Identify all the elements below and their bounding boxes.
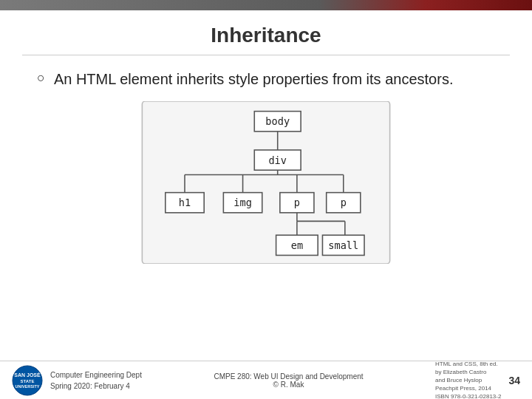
footer-dept: Computer Engineering Dept Spring 2020: F… bbox=[50, 369, 142, 392]
svg-text:SAN JOSÉ: SAN JOSÉ bbox=[14, 372, 41, 378]
svg-text:h1: h1 bbox=[179, 197, 191, 208]
inheritance-diagram: body div h1 img p p em small bbox=[140, 101, 392, 264]
bullet-icon: ○ bbox=[37, 70, 45, 86]
bullet-text: An HTML element inherits style propertie… bbox=[54, 69, 454, 89]
slide-title: Inheritance bbox=[22, 10, 510, 55]
svg-text:STATE: STATE bbox=[21, 379, 35, 383]
svg-text:body: body bbox=[265, 115, 290, 127]
svg-text:em: em bbox=[291, 239, 303, 251]
footer: SAN JOSÉ STATE UNIVERSITY Computer Engin… bbox=[0, 361, 532, 399]
footer-center: CMPE 280: Web UI Design and Development … bbox=[214, 372, 363, 389]
footer-left: SAN JOSÉ STATE UNIVERSITY Computer Engin… bbox=[12, 365, 142, 396]
sjsu-logo: SAN JOSÉ STATE UNIVERSITY bbox=[12, 365, 43, 396]
footer-right-group: HTML and CSS, 8th ed. by Elizabeth Castr… bbox=[435, 360, 520, 399]
svg-text:p: p bbox=[294, 197, 300, 208]
bullet-item: ○ An HTML element inherits style propert… bbox=[37, 69, 495, 89]
diagram-container: body div h1 img p p em small bbox=[37, 101, 495, 264]
footer-page-number: 34 bbox=[508, 375, 520, 386]
footer-book-info: HTML and CSS, 8th ed. by Elizabeth Castr… bbox=[435, 360, 501, 399]
svg-text:small: small bbox=[328, 239, 358, 251]
svg-text:img: img bbox=[233, 197, 252, 208]
content-area: ○ An HTML element inherits style propert… bbox=[0, 55, 532, 271]
svg-text:UNIVERSITY: UNIVERSITY bbox=[15, 384, 39, 389]
top-bar bbox=[0, 0, 532, 10]
svg-text:p: p bbox=[341, 197, 347, 208]
svg-text:div: div bbox=[268, 154, 287, 166]
